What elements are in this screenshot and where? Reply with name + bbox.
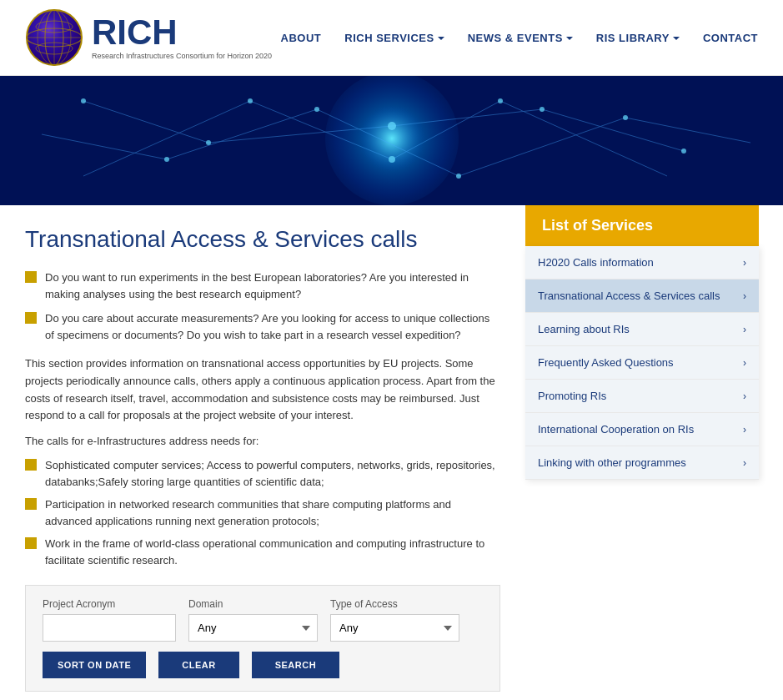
- list-item: Participation in networked research comm…: [25, 496, 500, 529]
- svg-point-25: [206, 140, 211, 145]
- sidebar-item-label: H2020 Calls information: [538, 256, 654, 269]
- page-title: Transnational Access & Services calls: [25, 226, 500, 253]
- section-subtitle: The calls for e-Infrastructures address …: [25, 435, 500, 447]
- logo-tagline: Research Infrastructures Consortium for …: [92, 52, 272, 60]
- domain-label: Domain: [188, 598, 318, 610]
- bullet-icon: [25, 312, 37, 324]
- svg-point-35: [623, 115, 628, 120]
- chevron-right-icon: ›: [743, 457, 746, 469]
- feature-text: Sophisticated computer services; Access …: [45, 457, 500, 490]
- sidebar-item-h2020[interactable]: H2020 Calls information ›: [525, 246, 759, 279]
- form-group-access: Type of Access Any: [330, 598, 459, 642]
- sidebar-item-learning[interactable]: Learning about RIs ›: [525, 313, 759, 346]
- form-buttons-row: SORT ON DATE CLEAR SEARCH: [43, 652, 483, 678]
- acronym-input[interactable]: [43, 614, 176, 642]
- right-sidebar: List of Services H2020 Calls information…: [525, 205, 759, 700]
- form-row: Project Acronym Domain Any Type of Acces…: [43, 598, 483, 642]
- logo-area: RICH Research Infrastructures Consortium…: [25, 8, 272, 67]
- intro-bullet-list: Do you want to run experiments in the be…: [25, 269, 500, 343]
- sidebar-item-transnational[interactable]: Transnational Access & Services calls ›: [525, 279, 759, 313]
- bullet-icon: [25, 271, 37, 283]
- chevron-right-icon: ›: [743, 390, 746, 402]
- svg-point-26: [388, 122, 396, 130]
- chevron-right-icon: ›: [743, 357, 746, 369]
- form-group-domain: Domain Any: [188, 598, 318, 642]
- svg-point-29: [248, 98, 253, 103]
- bullet-icon: [25, 498, 37, 510]
- list-item: Work in the frame of world-class operati…: [25, 536, 500, 568]
- bullet-text: Do you want to run experiments in the be…: [45, 269, 500, 302]
- main-nav: ABOUT RICH SERVICES NEWS & EVENTS RIS LI…: [281, 32, 758, 44]
- domain-select[interactable]: Any: [188, 614, 318, 642]
- sidebar-item-linking[interactable]: Linking with other programmes ›: [525, 446, 759, 480]
- logo-text-block: RICH Research Infrastructures Consortium…: [92, 15, 272, 60]
- bullet-icon: [25, 537, 37, 549]
- clear-button[interactable]: CLEAR: [158, 652, 238, 678]
- sidebar-item-label: International Cooperation on RIs: [538, 423, 694, 436]
- nav-rich-services[interactable]: RICH SERVICES: [344, 32, 444, 44]
- header: RICH Research Infrastructures Consortium…: [0, 0, 783, 76]
- logo-globe-icon: [25, 8, 83, 67]
- main-content: Transnational Access & Services calls Do…: [0, 205, 783, 700]
- list-item: Do you want to run experiments in the be…: [25, 269, 500, 302]
- access-label: Type of Access: [330, 598, 459, 610]
- sidebar-item-label: Transnational Access & Services calls: [538, 290, 720, 302]
- feature-text: Work in the frame of world-class operati…: [45, 536, 500, 568]
- left-content: Transnational Access & Services calls Do…: [0, 205, 525, 700]
- feature-text: Participation in networked research comm…: [45, 496, 500, 529]
- sidebar-item-label: Frequently Asked Questions: [538, 356, 674, 369]
- svg-point-30: [389, 156, 395, 163]
- chevron-right-icon: ›: [743, 324, 746, 335]
- svg-point-31: [498, 98, 503, 103]
- svg-point-32: [164, 157, 169, 162]
- sidebar-item-label: Linking with other programmes: [538, 456, 686, 469]
- sidebar-item-label: Promoting RIs: [538, 390, 606, 402]
- sidebar-item-promoting[interactable]: Promoting RIs ›: [525, 380, 759, 413]
- acronym-label: Project Acronym: [43, 598, 176, 610]
- search-form: Project Acronym Domain Any Type of Acces…: [25, 585, 500, 692]
- list-item: Do you care about accurate measurements?…: [25, 310, 500, 343]
- nav-about[interactable]: ABOUT: [281, 32, 322, 44]
- search-button[interactable]: SEARCH: [252, 652, 339, 678]
- sort-button[interactable]: SORT ON DATE: [43, 652, 146, 678]
- sidebar-header: List of Services: [525, 205, 759, 246]
- svg-point-24: [81, 98, 86, 103]
- feature-list: Sophisticated computer services; Access …: [25, 457, 500, 568]
- logo-text: RICH: [92, 15, 178, 50]
- chevron-right-icon: ›: [743, 257, 746, 269]
- svg-point-27: [540, 107, 545, 112]
- svg-point-28: [681, 149, 686, 154]
- sidebar-item-faq[interactable]: Frequently Asked Questions ›: [525, 346, 759, 380]
- hero-banner: [0, 76, 783, 205]
- bullet-text: Do you care about accurate measurements?…: [45, 310, 500, 343]
- chevron-right-icon: ›: [743, 424, 746, 436]
- svg-point-34: [456, 174, 461, 179]
- description-text: This section provides information on tra…: [25, 355, 500, 425]
- nav-contact[interactable]: CONTACT: [703, 32, 758, 44]
- form-group-acronym: Project Acronym: [43, 598, 176, 642]
- chevron-right-icon: ›: [743, 290, 746, 302]
- nav-ris-library[interactable]: RIS LIBRARY: [596, 32, 680, 44]
- sidebar-item-intl-coop[interactable]: International Cooperation on RIs ›: [525, 413, 759, 446]
- svg-point-33: [314, 107, 319, 112]
- bullet-icon: [25, 459, 37, 471]
- sidebar-item-label: Learning about RIs: [538, 323, 630, 335]
- sidebar-menu: H2020 Calls information › Transnational …: [525, 246, 759, 480]
- list-item: Sophisticated computer services; Access …: [25, 457, 500, 490]
- access-select[interactable]: Any: [330, 614, 459, 642]
- hero-network-svg: [0, 76, 783, 205]
- nav-news-events[interactable]: NEWS & EVENTS: [468, 32, 573, 44]
